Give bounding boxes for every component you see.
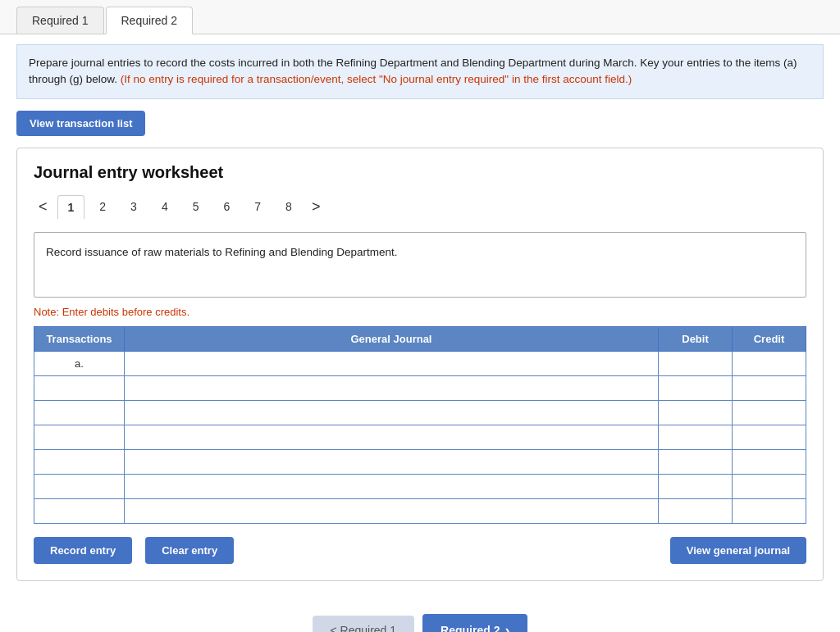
credit-cell[interactable]	[733, 400, 806, 425]
page-7[interactable]: 7	[244, 195, 271, 218]
table-row	[34, 474, 806, 498]
tabs-bar: Required 1 Required 2	[0, 0, 840, 34]
debit-input[interactable]	[667, 407, 724, 419]
table-row	[34, 425, 806, 449]
prev-page-arrow[interactable]: <	[34, 197, 52, 217]
transaction-cell	[34, 400, 125, 425]
col-general-journal: General Journal	[125, 326, 659, 351]
transaction-cell	[34, 498, 125, 523]
debit-cell[interactable]	[659, 375, 733, 400]
pagination: < 1 2 3 4 5 6 7 8 >	[34, 195, 806, 219]
footer-next-arrow-icon	[504, 622, 509, 633]
debit-input[interactable]	[667, 382, 724, 394]
transaction-cell	[34, 425, 125, 449]
general-journal-input[interactable]	[133, 407, 650, 419]
general-journal-cell[interactable]	[125, 474, 659, 498]
page-6[interactable]: 6	[214, 195, 240, 218]
note-text: Note: Enter debits before credits.	[34, 306, 806, 318]
description-text: Record issuance of raw materials to Refi…	[46, 246, 397, 258]
tab-required2[interactable]: Required 2	[106, 7, 194, 34]
debit-cell[interactable]	[659, 498, 733, 523]
general-journal-cell[interactable]	[125, 351, 659, 375]
credit-input[interactable]	[741, 357, 797, 370]
page-wrapper: Required 1 Required 2 Prepare journal en…	[0, 0, 840, 632]
general-journal-input[interactable]	[133, 505, 650, 517]
footer-prev-button[interactable]: < Required 1	[313, 616, 415, 632]
credit-input[interactable]	[741, 456, 797, 468]
footer-next-button[interactable]: Required 2	[422, 614, 527, 633]
footer-nav: < Required 1 Required 2	[0, 598, 840, 633]
col-transactions: Transactions	[34, 326, 125, 351]
table-row: a.	[34, 351, 806, 375]
debit-cell[interactable]	[659, 449, 733, 474]
debit-cell[interactable]	[659, 400, 733, 425]
general-journal-input[interactable]	[133, 431, 650, 443]
debit-cell[interactable]	[659, 351, 733, 375]
general-journal-input[interactable]	[133, 480, 650, 493]
credit-cell[interactable]	[733, 498, 806, 523]
credit-cell[interactable]	[733, 474, 806, 498]
credit-cell[interactable]	[733, 375, 806, 400]
bottom-buttons: Record entry Clear entry View general jo…	[34, 537, 806, 564]
next-page-arrow[interactable]: >	[307, 197, 326, 217]
credit-input[interactable]	[741, 431, 797, 443]
debit-cell[interactable]	[659, 425, 733, 449]
general-journal-input[interactable]	[133, 357, 650, 370]
credit-cell[interactable]	[733, 449, 806, 474]
general-journal-cell[interactable]	[125, 425, 659, 449]
worksheet-title: Journal entry worksheet	[34, 163, 806, 182]
page-1[interactable]: 1	[57, 195, 85, 219]
debit-input[interactable]	[667, 480, 724, 493]
credit-cell[interactable]	[733, 425, 806, 449]
description-box: Record issuance of raw materials to Refi…	[34, 232, 806, 298]
col-debit: Debit	[659, 326, 733, 351]
info-box: Prepare journal entries to record the co…	[16, 44, 824, 99]
col-credit: Credit	[733, 326, 806, 351]
debit-input[interactable]	[667, 357, 724, 370]
tab-required1[interactable]: Required 1	[16, 7, 104, 34]
table-row	[34, 375, 806, 400]
credit-input[interactable]	[741, 407, 797, 419]
credit-input[interactable]	[741, 480, 797, 493]
debit-input[interactable]	[667, 431, 724, 443]
page-5[interactable]: 5	[183, 195, 209, 218]
clear-entry-button[interactable]: Clear entry	[145, 537, 234, 564]
transaction-cell	[34, 375, 125, 400]
page-4[interactable]: 4	[152, 195, 178, 218]
debit-cell[interactable]	[659, 474, 733, 498]
footer-next-label: Required 2	[441, 624, 500, 632]
worksheet-container: Journal entry worksheet < 1 2 3 4 5 6 7 …	[16, 148, 824, 581]
page-8[interactable]: 8	[276, 195, 302, 218]
general-journal-cell[interactable]	[125, 400, 659, 425]
credit-cell[interactable]	[733, 351, 806, 375]
transaction-cell	[34, 449, 125, 474]
record-entry-button[interactable]: Record entry	[34, 537, 132, 564]
debit-input[interactable]	[667, 456, 724, 468]
transaction-cell	[34, 474, 125, 498]
page-3[interactable]: 3	[121, 195, 147, 218]
transaction-cell: a.	[34, 351, 125, 375]
general-journal-input[interactable]	[133, 456, 650, 468]
table-row	[34, 400, 806, 425]
view-transaction-list-button[interactable]: View transaction list	[16, 111, 145, 136]
info-orange-text: (If no entry is required for a transacti…	[121, 73, 632, 85]
debit-input[interactable]	[667, 505, 724, 517]
credit-input[interactable]	[741, 382, 797, 394]
toolbar-area: View transaction list	[16, 111, 824, 136]
general-journal-cell[interactable]	[125, 375, 659, 400]
journal-table: Transactions General Journal Debit Credi…	[34, 326, 806, 524]
general-journal-cell[interactable]	[125, 498, 659, 523]
table-row	[34, 498, 806, 523]
credit-input[interactable]	[741, 505, 797, 517]
page-2[interactable]: 2	[89, 195, 116, 218]
general-journal-input[interactable]	[133, 382, 650, 394]
table-row	[34, 449, 806, 474]
view-general-journal-button[interactable]: View general journal	[670, 537, 806, 564]
general-journal-cell[interactable]	[125, 449, 659, 474]
